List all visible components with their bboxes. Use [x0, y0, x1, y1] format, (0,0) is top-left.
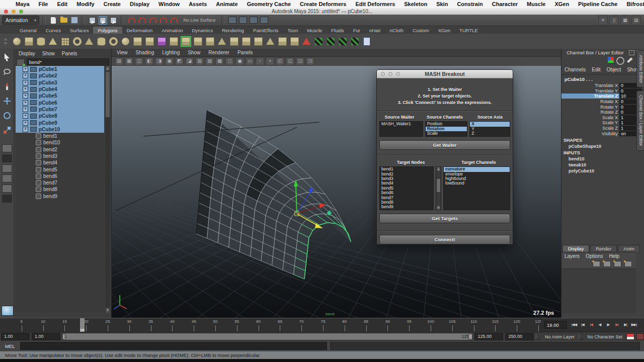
expand-icon[interactable]: +	[23, 127, 28, 132]
playback-button[interactable]: ▶	[604, 320, 612, 330]
animation-start-field[interactable]: 1.00	[1, 333, 30, 340]
playback-button[interactable]: ◀	[596, 320, 604, 330]
outliner-item-bend[interactable]: bend6	[16, 173, 104, 179]
channel-row[interactable]: Scale X 1	[561, 115, 644, 121]
shelf-tab[interactable]: Fluids	[327, 27, 348, 34]
render-current-frame-icon[interactable]	[238, 16, 247, 25]
dialog-close-icon[interactable]	[381, 72, 385, 76]
shelf-scroll-down-icon[interactable]	[4, 42, 8, 45]
channel-row[interactable]: Rotate X 0	[561, 99, 644, 105]
panel-toolbar-icon[interactable]: ▩	[215, 57, 224, 65]
shelf-tool-icon[interactable]	[47, 36, 58, 47]
outliner-menu-item[interactable]: Display	[19, 51, 35, 56]
shelf-tool-icon[interactable]	[144, 36, 155, 47]
expand-icon[interactable]: +	[23, 66, 28, 72]
panel-toolbar-icon[interactable]: ◩	[175, 57, 184, 65]
outliner-item-bend[interactable]: bend10	[16, 139, 104, 146]
show-hide-modeling-toolkit-icon[interactable]: ✕	[598, 16, 608, 25]
shelf-tool-icon[interactable]	[277, 36, 288, 47]
shelf-tab[interactable]: Animation	[157, 27, 187, 34]
panel-toolbar-icon[interactable]: ◪	[185, 57, 194, 65]
playback-button[interactable]: |◀	[579, 320, 587, 330]
menu-item[interactable]: Muscle	[522, 0, 550, 8]
shelf-tab[interactable]: XGen	[434, 27, 455, 34]
menu-item[interactable]: Assets	[184, 0, 211, 8]
connect-button[interactable]: Connect!	[379, 235, 510, 244]
expand-icon[interactable]: +	[23, 93, 28, 99]
menu-item[interactable]: Character	[488, 0, 522, 8]
outliner-item-pcube[interactable]: + pCube1	[16, 66, 104, 72]
dialog-minimize-icon[interactable]	[388, 72, 392, 76]
panel-toolbar-icon[interactable]: ▭	[246, 57, 254, 65]
shelf-tab[interactable]: Muscle	[302, 27, 327, 34]
window-titlebar[interactable]: Autodesk Maya 2015: untitled* --- pCube1…	[0, 8, 644, 15]
panel-toolbar-icon[interactable]: ◫	[135, 57, 143, 65]
hyperbolic-icon[interactable]	[627, 57, 633, 63]
expand-icon[interactable]: +	[23, 100, 28, 106]
minimize-window-icon[interactable]	[12, 10, 16, 14]
auto-keyframe-icon[interactable]	[626, 333, 634, 340]
range-slider[interactable]: 1 125	[62, 333, 473, 340]
panel-toolbar-icon[interactable]: ◱	[286, 57, 294, 65]
channel-box-menu-item[interactable]: Channels	[565, 67, 586, 73]
source-axis-item[interactable]: X	[470, 122, 510, 126]
shelf-tool-icon[interactable]	[313, 36, 324, 47]
outliner-item-pcube[interactable]: + pCube9	[16, 119, 104, 126]
character-set-dropdown-icon[interactable]	[579, 334, 584, 339]
panel-toolbar-icon[interactable]: ◳	[306, 57, 314, 65]
panel-menu-item[interactable]: View	[117, 50, 128, 55]
menu-item[interactable]: Pipeline Cache	[574, 0, 622, 8]
layer-editor-menu-item[interactable]: Options	[586, 253, 603, 259]
outliner-item-bend[interactable]: bend7	[16, 179, 104, 186]
dialog-titlebar[interactable]: MASH Breakout	[377, 70, 513, 78]
get-targets-button[interactable]: Get Targets	[379, 214, 510, 223]
panel-toolbar-icon[interactable]: ◨	[155, 57, 164, 65]
panel-menu-item[interactable]: Show	[188, 50, 200, 55]
menu-item[interactable]: Geometry Cache	[243, 0, 295, 8]
menu-item[interactable]: Skin	[432, 0, 452, 8]
target-nodes-list[interactable]: bend1bend2bend3bend4bend5bend6bend7bend8…	[379, 166, 434, 210]
outliner-item-bend[interactable]: bend1	[16, 133, 104, 139]
expand-icon[interactable]: +	[23, 113, 28, 119]
render-settings-icon[interactable]	[260, 16, 268, 25]
panel-toolbar-icon[interactable]: ▥	[195, 57, 204, 65]
panel-menu-item[interactable]: Renderer	[208, 50, 229, 55]
layout-four-pane-button[interactable]	[2, 154, 12, 162]
get-waiter-button[interactable]: Get Waiter	[379, 140, 510, 150]
menu-item[interactable]: Maya	[11, 0, 34, 8]
shelf-tab[interactable]: Rendering	[217, 27, 249, 34]
render-view-icon[interactable]	[228, 16, 236, 25]
rotate-tool-icon[interactable]	[2, 110, 13, 121]
menu-item[interactable]: Bifrost	[622, 0, 644, 8]
expand-icon[interactable]: +	[23, 120, 28, 126]
outliner-item-bend[interactable]: bend8	[16, 186, 104, 193]
animation-preferences-icon[interactable]	[636, 333, 644, 340]
shelf-tool-icon[interactable]	[301, 36, 312, 47]
layout-persp-outliner-button[interactable]	[2, 185, 12, 193]
panel-menu-item[interactable]: Shading	[136, 50, 154, 55]
menu-item[interactable]: Skeleton	[399, 0, 432, 8]
channel-row[interactable]: Rotate Y 0	[561, 104, 644, 110]
outliner-item-pcube[interactable]: + pCube2	[16, 72, 104, 79]
shelf-tab[interactable]: Toon	[283, 27, 303, 34]
snap-plane-icon[interactable]	[159, 16, 168, 25]
close-window-icon[interactable]	[4, 10, 8, 14]
menu-item[interactable]: File	[34, 0, 53, 8]
layer-editor-tab[interactable]: Anim	[618, 245, 640, 252]
shelf-tool-icon[interactable]	[35, 36, 46, 47]
panel-toolbar-icon[interactable]: ▫	[256, 57, 264, 65]
command-language-label[interactable]: MEL	[5, 343, 17, 349]
outliner-menu-item[interactable]: Panels	[62, 51, 77, 56]
panel-toolbar-icon[interactable]: ▤	[115, 57, 123, 65]
source-channel-item[interactable]: Scale	[426, 131, 467, 136]
shelf-tab[interactable]: TURTLE	[455, 27, 482, 34]
shelf-tab[interactable]: General	[15, 27, 41, 34]
panel-toolbar-icon[interactable]: ◼	[235, 57, 244, 65]
playback-button[interactable]: ▶|	[613, 320, 621, 330]
outliner-item-pcube[interactable]: + pCube8	[16, 113, 104, 119]
shelf-tool-icon[interactable]	[253, 36, 264, 47]
shelf-tab[interactable]: Deformation	[122, 27, 157, 34]
layout-single-pane-button[interactable]	[2, 144, 12, 152]
new-render-layer-selected-icon[interactable]	[624, 261, 632, 267]
scale-tool-icon[interactable]	[2, 125, 13, 136]
